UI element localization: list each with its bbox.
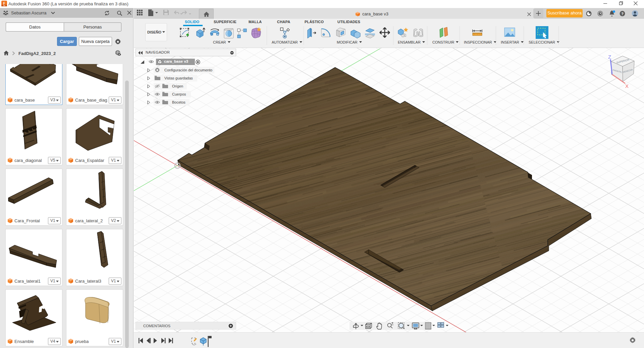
svg-text:360: 360: [3, 5, 5, 6]
svg-text:X: X: [625, 83, 629, 89]
svg-text:F: F: [3, 2, 5, 5]
svg-text:Z: Z: [608, 54, 611, 60]
svg-text:?: ?: [621, 12, 624, 16]
